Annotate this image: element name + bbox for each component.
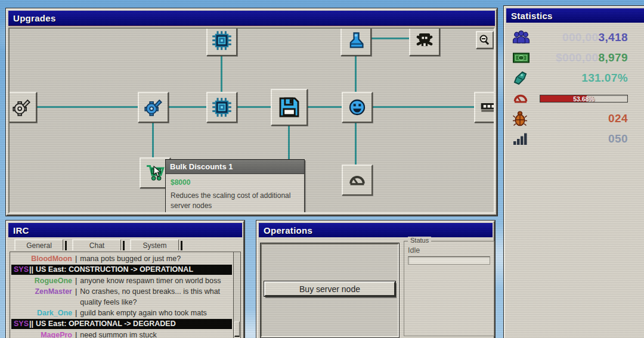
bugs-value: 024 [531, 112, 628, 125]
chat-nick: ZenMaster [11, 286, 72, 308]
upgrade-node-floppy[interactable] [271, 89, 308, 126]
wrench-gear-gray-icon [12, 98, 31, 117]
upgrade-node-wrench-blue[interactable] [138, 92, 169, 123]
status-progress-bar [408, 256, 490, 265]
chat-message: BloodMoon | mana pots bugged or just me? [11, 253, 232, 264]
population-icon [512, 30, 531, 45]
population-value: 000,003,418 [531, 31, 628, 44]
boost-value: 131.07% [531, 72, 628, 85]
operations-titlebar: Operations [259, 223, 493, 237]
irc-title: IRC [13, 225, 29, 235]
money-value: $000,008,979 [531, 51, 628, 64]
skull-icon [415, 31, 434, 50]
mouse-cursor [153, 166, 162, 180]
status-groupbox: Status Idle [404, 241, 494, 336]
upgrade-node-gauge[interactable] [342, 165, 373, 196]
chat-nick: Dark_One [11, 308, 72, 318]
stat-row-boost: 131.07% [506, 68, 644, 88]
tab-divider [65, 241, 67, 250]
upgrade-node-server-card[interactable] [474, 92, 495, 123]
operations-action-panel: Buy server node [261, 243, 399, 337]
tab-divider [123, 241, 125, 250]
sys-text: US East: CONSTRUCTION -> OPERATIONAL [36, 265, 230, 275]
chat-message: MagePro | need summon im stuck [11, 330, 232, 338]
upgrade-node-boost[interactable] [340, 27, 371, 56]
system-message: SYS || US East: OPERATIONAL -> DEGRADED [11, 319, 232, 329]
stat-row-population: 000,003,418 [506, 27, 644, 48]
chat-text: No crashes, no quest breaks... is this w… [80, 286, 229, 308]
signal-icon [512, 132, 531, 146]
upgrade-node-chip-top[interactable] [206, 27, 237, 56]
chat-message: Dark_One | guild bank empty again who to… [11, 308, 232, 318]
upgrades-window: Upgrades [6, 8, 497, 216]
stat-row-load: 53.68% [506, 88, 644, 108]
chip-icon [212, 97, 232, 117]
stat-row-signal: 050 [506, 129, 644, 149]
chat-nick: RogueOne [11, 275, 72, 286]
irc-scrollbar-thumb[interactable] [234, 321, 240, 337]
upgrades-titlebar: Upgrades [8, 11, 495, 26]
upgrade-tooltip: Bulk Discounts 1 $8000 Reduces the scali… [165, 159, 305, 213]
chat-message: RogueOne | anyone know respawn timer on … [11, 275, 232, 286]
stat-row-bugs: 024 [506, 108, 644, 129]
chat-text: guild bank empty again who took mats [80, 308, 232, 318]
upgrade-node-chip-mid[interactable] [206, 92, 237, 123]
buy-server-node-button[interactable]: Buy server node [264, 281, 395, 296]
system-message: SYS || US East: CONSTRUCTION -> OPERATIO… [11, 265, 232, 275]
statistics-window: Statistics 000,003,418 $000,008,979 131.… [504, 6, 644, 338]
smiley-face-icon [348, 98, 367, 117]
irc-scrollbar[interactable] [233, 252, 240, 338]
chat-text: need summon im stuck [80, 330, 232, 338]
upgrade-node-wrench-gray[interactable] [8, 92, 37, 123]
money-icon [512, 51, 531, 65]
bug-icon [512, 110, 531, 127]
chat-message: ZenMaster | No crashes, no quest breaks.… [11, 286, 232, 308]
zoom-out-magnifier-icon [479, 34, 491, 46]
chat-text: anyone know respawn timer on world boss [80, 275, 232, 286]
stat-row-money: $000,008,979 [506, 48, 644, 68]
signal-value: 050 [531, 132, 628, 145]
tab-divider [181, 241, 182, 250]
irc-tab-strip: General Chat System [8, 237, 242, 250]
upgrade-tree-canvas[interactable]: Bulk Discounts 1 $8000 Reduces the scali… [8, 27, 495, 213]
tooltip-price: $8000 [171, 178, 299, 187]
tree-line-main-horizontal [21, 106, 493, 108]
load-progress-label: 53.68% [540, 95, 627, 102]
floppy-save-icon [277, 95, 301, 119]
statistics-title: Statistics [511, 11, 553, 21]
irc-titlebar: IRC [8, 223, 242, 237]
tooltip-title: Bulk Discounts 1 [166, 160, 304, 174]
boost-boot-icon [346, 31, 366, 50]
sys-tag: SYS [14, 319, 29, 329]
load-gauge-icon [512, 91, 531, 106]
statistics-titlebar: Statistics [506, 8, 644, 23]
upgrade-node-skull[interactable] [409, 27, 440, 56]
gauge-icon [348, 170, 367, 190]
irc-window: IRC General Chat System BloodMoon | mana… [6, 221, 244, 338]
chat-nick: MagePro [11, 330, 72, 338]
server-card-icon [480, 98, 495, 117]
upgrade-node-smiley[interactable] [342, 92, 373, 123]
chat-text: mana pots bugged or just me? [80, 253, 232, 264]
status-text: Idle [408, 246, 490, 255]
sys-tag: SYS [14, 265, 29, 275]
upgrades-title: Upgrades [13, 13, 56, 23]
sys-text: US East: OPERATIONAL -> DEGRADED [36, 319, 230, 329]
tooltip-description: Reduces the scaling cost of additional s… [171, 191, 299, 212]
load-progress-bar: 53.68% [540, 95, 628, 103]
operations-title: Operations [264, 225, 312, 235]
zoom-out-button[interactable] [476, 31, 494, 49]
tab-system[interactable]: System [130, 239, 179, 250]
irc-message-list[interactable]: BloodMoon | mana pots bugged or just me?… [10, 252, 241, 338]
wrench-gear-blue-icon [144, 98, 163, 117]
speed-boot-icon [512, 70, 531, 86]
tab-chat[interactable]: Chat [72, 239, 121, 250]
tab-general[interactable]: General [14, 239, 63, 250]
operations-window: Operations Buy server node Status Idle [256, 221, 495, 338]
chat-nick: BloodMoon [11, 253, 72, 264]
status-group-label: Status [408, 237, 431, 244]
chip-icon [212, 30, 232, 51]
